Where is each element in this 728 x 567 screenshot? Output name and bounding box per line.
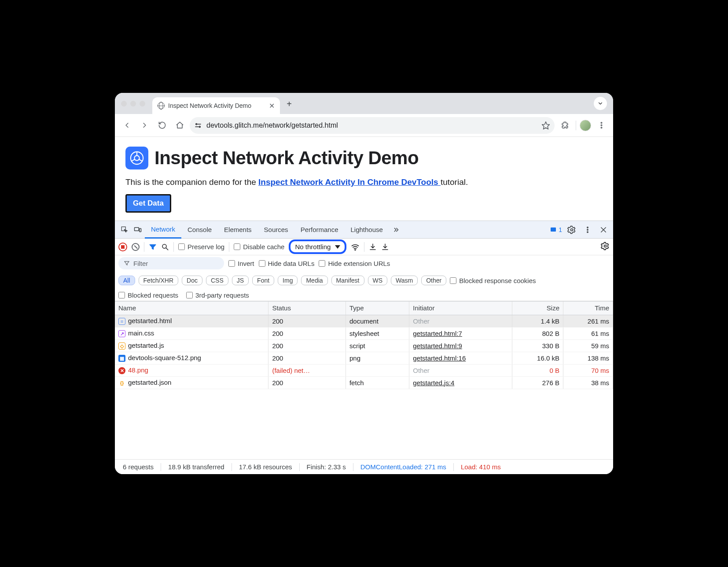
network-requests-table: NameStatusTypeInitiatorSizeTime ≡getstar… (115, 301, 613, 459)
chrome-devtools-icon (125, 147, 148, 169)
devtools-tab-console[interactable]: Console (181, 221, 218, 239)
traffic-light-min[interactable] (130, 101, 136, 107)
column-size[interactable]: Size (512, 302, 563, 315)
filter-type-other[interactable]: Other (421, 276, 446, 285)
third-party-checkbox[interactable]: 3rd-party requests (186, 291, 249, 299)
disable-cache-checkbox[interactable]: Disable cache (234, 243, 284, 250)
svg-rect-16 (551, 227, 556, 231)
filter-type-fetchxhr[interactable]: Fetch/XHR (139, 276, 178, 285)
svg-marker-4 (542, 122, 550, 129)
more-tabs-icon[interactable] (390, 226, 402, 234)
filter-input[interactable]: Filter (118, 257, 224, 269)
svg-point-0 (196, 123, 197, 125)
request-row[interactable]: ✕48.png(failed) net…Other0 B70 ms (115, 364, 613, 376)
column-name[interactable]: Name (115, 302, 268, 315)
blocked-requests-checkbox[interactable]: Blocked requests (118, 291, 178, 299)
invert-checkbox[interactable]: Invert (228, 260, 254, 267)
globe-icon (158, 102, 165, 109)
clear-button[interactable] (132, 243, 140, 251)
hide-extension-urls-checkbox[interactable]: Hide extension URLs (319, 260, 390, 267)
get-data-button[interactable]: Get Data (125, 194, 171, 213)
browser-tab[interactable]: Inspect Network Activity Demo ✕ (152, 97, 280, 114)
page-content: Inspect Network Activity Demo This is th… (115, 137, 613, 221)
inspect-element-icon[interactable] (118, 226, 131, 234)
devtools-tab-sources[interactable]: Sources (258, 221, 294, 239)
settings-gear-icon[interactable] (566, 225, 578, 234)
devtools-tab-network[interactable]: Network (145, 221, 181, 239)
devtools-tab-lighthouse[interactable]: Lighthouse (345, 221, 389, 239)
home-button[interactable] (172, 118, 187, 133)
filter-type-img[interactable]: Img (278, 276, 298, 285)
new-tab-button[interactable]: + (283, 97, 296, 110)
search-icon[interactable] (161, 243, 169, 251)
svg-point-7 (601, 127, 602, 129)
status-requests: 6 requests (119, 463, 157, 471)
network-settings-icon[interactable] (601, 242, 610, 252)
devtools-close-icon[interactable] (597, 226, 610, 234)
page-intro: This is the companion demo for the Inspe… (125, 177, 603, 187)
bookmark-star-icon[interactable] (541, 121, 550, 130)
address-bar[interactable]: devtools.glitch.me/network/getstarted.ht… (190, 117, 555, 134)
svg-line-11 (139, 159, 142, 161)
devtools-tab-elements[interactable]: Elements (218, 221, 258, 239)
export-har-icon[interactable] (369, 243, 377, 251)
filter-type-media[interactable]: Media (301, 276, 327, 285)
filter-type-ws[interactable]: WS (368, 276, 388, 285)
request-row[interactable]: ◇getstarted.js200scriptgetstarted.html:9… (115, 339, 613, 352)
site-settings-icon[interactable] (194, 122, 202, 129)
request-row[interactable]: ↗main.css200stylesheetgetstarted.html:78… (115, 327, 613, 339)
status-dcl: DOMContentLoaded: 271 ms (357, 463, 450, 471)
import-har-icon[interactable] (381, 243, 389, 251)
profile-avatar[interactable] (580, 120, 591, 131)
tab-search-button[interactable] (594, 97, 607, 110)
filter-type-doc[interactable]: Doc (182, 276, 202, 285)
tutorial-link[interactable]: Inspect Network Activity In Chrome DevTo… (258, 177, 441, 187)
svg-point-6 (601, 125, 602, 126)
svg-point-2 (199, 126, 200, 127)
devtools-more-icon[interactable] (581, 226, 594, 234)
issues-button[interactable]: 1 (550, 226, 562, 233)
reload-button[interactable] (154, 118, 169, 133)
overflow-menu-button[interactable] (594, 118, 609, 133)
status-finish: Finish: 2.33 s (303, 463, 349, 471)
traffic-light-close[interactable] (121, 101, 127, 107)
traffic-light-max[interactable] (140, 101, 145, 107)
filter-toggle-icon[interactable] (149, 243, 157, 251)
throttling-dropdown[interactable]: No throttling (289, 239, 346, 254)
filter-type-manifest[interactable]: Manifest (331, 276, 364, 285)
status-resources: 17.6 kB resources (235, 463, 296, 471)
blocked-cookies-checkbox[interactable]: Blocked response cookies (450, 277, 536, 284)
column-type[interactable]: Type (346, 302, 409, 315)
svg-point-25 (355, 249, 356, 250)
hide-data-urls-checkbox[interactable]: Hide data URLs (259, 260, 315, 267)
chevron-down-icon (597, 100, 603, 107)
back-button[interactable] (119, 118, 134, 133)
filter-type-css[interactable]: CSS (206, 276, 228, 285)
forward-button[interactable] (137, 118, 152, 133)
request-row[interactable]: ≡getstarted.html200documentOther1.4 kB26… (115, 315, 613, 327)
svg-point-17 (571, 228, 573, 231)
svg-point-19 (587, 229, 588, 230)
column-initiator[interactable]: Initiator (409, 302, 512, 315)
device-toolbar-icon[interactable] (132, 226, 144, 234)
devtools-tab-performance[interactable]: Performance (294, 221, 345, 239)
record-button[interactable] (118, 243, 127, 251)
filter-type-font[interactable]: Font (252, 276, 274, 285)
network-conditions-icon[interactable] (351, 243, 360, 251)
request-row[interactable]: ▦devtools-square-512.png200pnggetstarted… (115, 352, 613, 364)
filter-type-js[interactable]: JS (232, 276, 249, 285)
tab-strip: Inspect Network Activity Demo ✕ + (115, 93, 613, 114)
extensions-button[interactable] (557, 118, 572, 133)
page-heading: Inspect Network Activity Demo (154, 147, 419, 169)
preserve-log-checkbox[interactable]: Preserve log (178, 243, 224, 250)
window-controls[interactable] (121, 101, 145, 107)
request-row[interactable]: {}getstarted.json200fetchgetstarted.js:4… (115, 376, 613, 389)
filter-type-all[interactable]: All (118, 276, 135, 285)
column-time[interactable]: Time (563, 302, 613, 315)
svg-point-9 (134, 155, 139, 160)
devtools-panel: NetworkConsoleElementsSourcesPerformance… (115, 221, 613, 474)
filter-type-wasm[interactable]: Wasm (391, 276, 418, 285)
devtools-tabs: NetworkConsoleElementsSourcesPerformance… (115, 221, 613, 239)
column-status[interactable]: Status (268, 302, 346, 315)
close-tab-icon[interactable]: ✕ (269, 102, 275, 110)
